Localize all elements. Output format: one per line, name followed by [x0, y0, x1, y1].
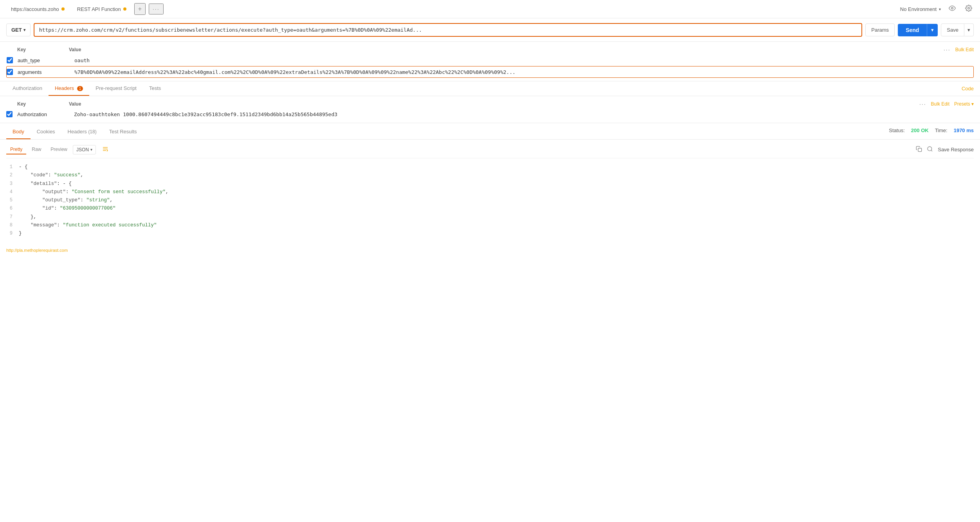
json-format-chevron-icon: ▾ [90, 147, 92, 152]
code-line-6: 6 "id": "63095000000077006" [6, 204, 974, 213]
tabs-nav-right: Code [962, 86, 974, 91]
param-key-arguments: arguments [18, 69, 74, 75]
params-more-icon[interactable]: ··· [944, 47, 951, 53]
gear-icon[interactable] [964, 3, 974, 15]
method-selector[interactable]: GET ▾ [6, 23, 31, 36]
params-bulk-edit-button[interactable]: Bulk Edit [955, 47, 974, 52]
headers-header-row: Key Value ··· Bulk Edit Presets ▾ [6, 99, 974, 109]
response-tab-cookies[interactable]: Cookies [31, 125, 61, 139]
code-line-2: 2 "code": "success", [6, 171, 974, 179]
param-row-arguments: arguments %7B%0D%0A%09%22emailAddress%22… [6, 66, 974, 78]
save-chevron-icon: ▾ [967, 27, 970, 33]
svg-line-7 [931, 150, 932, 151]
svg-rect-5 [918, 148, 922, 152]
header-checkbox-authorization[interactable] [6, 111, 13, 117]
footer-link[interactable]: http://pla.methoplerequirast.com [0, 246, 980, 255]
header-value-authorization: Zoho-oauthtoken 1000.8607494449c8bc1e392… [74, 111, 974, 117]
headers-section: Key Value ··· Bulk Edit Presets ▾ Author… [0, 96, 980, 123]
params-key-header: Key [6, 47, 69, 52]
tab-label: https://accounts.zoho [11, 6, 59, 12]
format-json-selector[interactable]: JSON ▾ [73, 145, 96, 154]
params-value-header: Value [69, 47, 944, 52]
code-line-9: 9 } [6, 230, 974, 238]
param-value-arguments: %7B%0D%0A%09%22emailAddress%22%3A%22abc%… [74, 69, 973, 75]
tab-authorization[interactable]: Authorization [6, 81, 49, 96]
save-dropdown-button[interactable]: ▾ [964, 23, 974, 36]
format-tab-preview[interactable]: Preview [47, 145, 71, 154]
save-response-button[interactable]: Save Response [938, 147, 974, 152]
params-section: Key Value ··· Bulk Edit auth_type oauth … [0, 42, 980, 81]
param-checkbox-arguments[interactable] [7, 69, 13, 75]
tab-headers[interactable]: Headers 1 [49, 81, 89, 96]
code-line-5: 5 "output_type": "string", [6, 196, 974, 204]
save-button-group: Save ▾ [941, 23, 974, 36]
response-tab-headers[interactable]: Headers (18) [61, 125, 103, 139]
response-headers-count: (18) [88, 129, 96, 135]
header-key-authorization: Authorization [17, 111, 74, 117]
code-line-4: 4 "output": "Consent form sent successfu… [6, 188, 974, 196]
top-bar: https://accounts.zoho REST API Function … [0, 0, 980, 18]
code-button[interactable]: Code [962, 86, 974, 91]
response-actions-right: Save Response [916, 146, 974, 153]
headers-header-actions: ··· Bulk Edit Presets ▾ [919, 101, 974, 107]
svg-point-6 [928, 147, 932, 151]
presets-chevron-icon: ▾ [971, 101, 974, 107]
chevron-down-icon: ▾ [939, 7, 941, 11]
eye-icon[interactable] [947, 3, 957, 15]
send-button[interactable]: Send [898, 24, 927, 36]
status-value: 200 OK [911, 127, 929, 133]
param-key-auth-type: auth_type [18, 57, 74, 63]
code-line-7: 7 }, [6, 213, 974, 221]
format-tab-raw[interactable]: Raw [28, 145, 45, 154]
format-tab-pretty[interactable]: Pretty [6, 145, 26, 154]
app-container: https://accounts.zoho REST API Function … [0, 0, 980, 522]
status-label: Status: [889, 127, 904, 133]
time-value: 1970 ms [954, 127, 974, 133]
headers-bulk-edit-button[interactable]: Bulk Edit [931, 101, 949, 107]
tab-dot [61, 7, 65, 11]
environment-selector[interactable]: No Environment ▾ [900, 6, 941, 12]
params-header-actions: ··· Bulk Edit [944, 47, 974, 53]
save-button[interactable]: Save [941, 23, 964, 36]
svg-point-0 [951, 7, 953, 9]
response-format-bar: Pretty Raw Preview JSON ▾ [6, 143, 974, 158]
header-row-authorization: Authorization Zoho-oauthtoken 1000.86074… [6, 109, 974, 120]
tab-accounts-zoho[interactable]: https://accounts.zoho [6, 4, 69, 14]
tab-pre-request-script[interactable]: Pre-request Script [89, 81, 143, 96]
response-code-block: 1 - { 2 "code": "success", 3 "details": … [6, 158, 974, 242]
headers-presets-button[interactable]: Presets ▾ [954, 101, 974, 107]
add-tab-button[interactable]: + [134, 3, 146, 15]
response-status-bar: Status: 200 OK Time: 1970 ms [889, 127, 974, 136]
response-tab-body[interactable]: Body [6, 125, 31, 139]
more-tabs-button[interactable]: ··· [149, 4, 164, 14]
headers-value-header: Value [69, 101, 919, 107]
send-chevron-icon: ▾ [931, 27, 934, 33]
search-icon[interactable] [927, 146, 933, 153]
svg-point-1 [968, 7, 970, 9]
url-bar: GET ▾ Params Send ▾ Save ▾ [0, 18, 980, 42]
method-chevron-icon: ▾ [23, 28, 25, 32]
copy-icon[interactable] [916, 146, 922, 153]
method-label: GET [11, 27, 22, 33]
params-header: Key Value ··· Bulk Edit [6, 45, 974, 54]
code-line-3: 3 "details": - { [6, 180, 974, 188]
tab-label: REST API Function [77, 6, 121, 12]
param-value-auth-type: oauth [74, 57, 973, 63]
code-line-8: 8 "message": "function executed successf… [6, 221, 974, 230]
tab-rest-api[interactable]: REST API Function [72, 4, 131, 14]
response-tabs-nav: Body Cookies Headers (18) Test Results S… [0, 123, 980, 140]
response-body-section: Pretty Raw Preview JSON ▾ [0, 140, 980, 246]
param-row-auth-type: auth_type oauth [6, 54, 974, 66]
url-input[interactable] [34, 23, 863, 37]
param-checkbox-auth-type[interactable] [7, 57, 13, 63]
params-button[interactable]: Params [865, 23, 895, 36]
code-line-1: 1 - { [6, 163, 974, 171]
headers-more-icon[interactable]: ··· [919, 101, 926, 107]
headers-badge: 1 [77, 86, 83, 91]
top-bar-right: No Environment ▾ [900, 3, 974, 15]
response-tab-test-results[interactable]: Test Results [103, 125, 143, 139]
headers-key-header: Key [6, 101, 69, 107]
tab-tests[interactable]: Tests [143, 81, 167, 96]
send-dropdown-button[interactable]: ▾ [927, 24, 938, 36]
wrap-icon[interactable] [101, 144, 110, 155]
